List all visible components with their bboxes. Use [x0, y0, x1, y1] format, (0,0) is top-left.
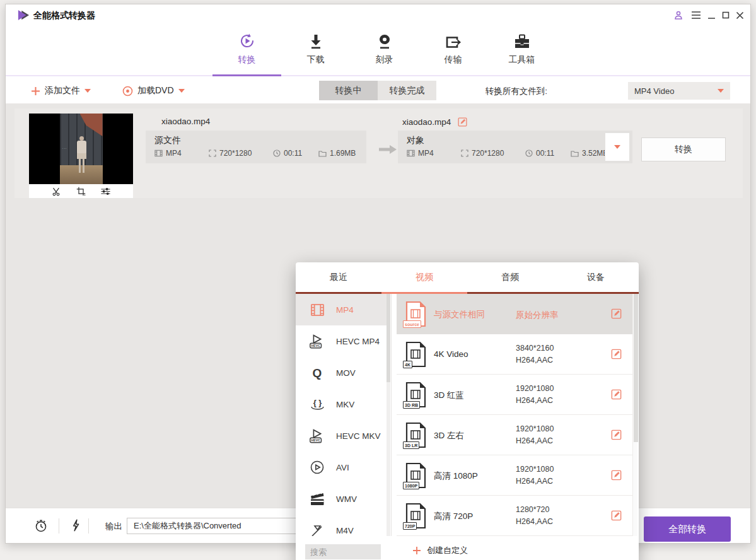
- format-item-mp4[interactable]: MP4: [296, 294, 387, 325]
- account-icon[interactable]: [672, 9, 685, 21]
- search-input[interactable]: [305, 544, 381, 559]
- tab-burn[interactable]: 刻录: [350, 32, 419, 66]
- target-panel-title: 对象: [407, 135, 424, 146]
- format-item-wmv[interactable]: WMV: [296, 483, 387, 515]
- target-duration: 00:11: [525, 149, 571, 158]
- title-bar: 全能格式转换器: [6, 4, 750, 26]
- add-files-button[interactable]: 添加文件: [31, 83, 91, 99]
- source-file-name: xiaodao.mp4: [161, 117, 210, 126]
- transfer-icon: [445, 32, 462, 50]
- preset-4k-video[interactable]: 4K 4K Video 3840*2160H264,AAC: [397, 334, 632, 375]
- output-label: 输出: [105, 521, 122, 532]
- toolbox-icon: [514, 32, 530, 50]
- 1080p-doc-icon: 1080P: [405, 462, 426, 489]
- flag-icon: [308, 522, 326, 536]
- active-tab-underline: [212, 74, 281, 76]
- preset-list-scrollbar[interactable]: [632, 294, 637, 536]
- app-window: 全能格式转换器 转换: [5, 4, 751, 544]
- hevc-flag-icon: HEVC: [308, 428, 326, 444]
- edit-preset-icon[interactable]: [610, 388, 622, 400]
- load-dvd-caret-icon: [178, 89, 185, 93]
- convert-all-to-label: 转换所有文件到:: [486, 86, 547, 97]
- plus-icon: [412, 546, 421, 555]
- convert-button[interactable]: 转换: [641, 137, 726, 161]
- format-list-scrollbar[interactable]: [387, 294, 390, 536]
- convert-all-button[interactable]: 全部转换: [644, 516, 731, 542]
- source-info-panel: 源文件 MP4 720*1280 00:11: [146, 131, 366, 163]
- edit-preset-icon[interactable]: [610, 469, 622, 481]
- preset-same-as-source[interactable]: source 与源文件相同 原始分辨率: [397, 294, 632, 334]
- source-file-doc-icon: source: [405, 301, 426, 327]
- resolution-icon: [461, 149, 468, 157]
- file-row[interactable]: ··· xiaodao.mp4 源文件 MP4 720*: [15, 108, 743, 198]
- plus-icon: [31, 86, 40, 96]
- toolbar: 添加文件 加载DVD 转换中 转换完成 转换所有文件到: MP4 Video: [6, 78, 750, 103]
- file-list-area: ··· xiaodao.mp4 源文件 MP4 720*: [6, 103, 750, 508]
- format-item-hevc-mkv[interactable]: HEVC HEVC MKV: [296, 420, 387, 452]
- minimize-button[interactable]: [705, 9, 718, 21]
- tab-toolbox[interactable]: 工具箱: [487, 32, 556, 66]
- preset-hd-1080p[interactable]: 1080P 高清 1080P 1920*1080H264,AAC: [397, 455, 632, 496]
- format-list: MP4 HEVC HEVC MP4 Q MOV { } MKV HEVC HEV…: [296, 294, 392, 536]
- close-button[interactable]: [733, 9, 746, 21]
- target-file-name-row: xiaodao.mp4: [402, 117, 468, 127]
- effects-sliders-icon[interactable]: [100, 186, 111, 197]
- format-item-mkv[interactable]: { } MKV: [296, 388, 387, 420]
- preset-3d-red-blue[interactable]: 3D RB 3D 红蓝 1920*1080H264,AAC: [397, 375, 632, 415]
- tab-converting[interactable]: 转换中: [319, 81, 378, 100]
- edit-preset-icon[interactable]: [610, 308, 622, 320]
- format-item-hevc-mp4[interactable]: HEVC HEVC MP4: [296, 325, 387, 357]
- crop-icon[interactable]: [76, 186, 86, 197]
- schedule-clock-icon[interactable]: [34, 519, 48, 533]
- format-item-avi[interactable]: AVI: [296, 452, 387, 483]
- tab-transfer[interactable]: 传输: [419, 32, 487, 66]
- app-logo-icon: [17, 9, 30, 21]
- create-custom-button[interactable]: 创建自定义: [412, 545, 468, 556]
- popup-footer: 创建自定义: [296, 536, 639, 560]
- format-item-mov[interactable]: Q MOV: [296, 357, 387, 388]
- output-format-select[interactable]: MP4 Video: [628, 82, 730, 100]
- 4k-doc-icon: 4K: [405, 341, 426, 368]
- svg-text:HEVC: HEVC: [311, 438, 320, 442]
- app-title: 全能格式转换器: [33, 10, 95, 21]
- source-size: 1.69MB: [318, 149, 356, 158]
- high-speed-lightning-icon[interactable]: [69, 518, 83, 532]
- thumbnail-toolbar: [29, 184, 133, 198]
- target-info-panel: 对象 MP4 720*1280 00:11: [398, 131, 632, 163]
- folder-small-icon: [318, 150, 327, 157]
- add-files-caret-icon: [84, 89, 91, 93]
- edit-preset-icon[interactable]: [610, 348, 622, 360]
- 3d-rb-doc-icon: 3D RB: [405, 382, 426, 408]
- tab-download[interactable]: 下载: [281, 32, 350, 66]
- download-icon: [308, 32, 323, 50]
- film-icon: [407, 149, 415, 157]
- popup-tab-audio[interactable]: 音频: [467, 262, 553, 292]
- preset-list: source 与源文件相同 原始分辨率 4K 4K Video 3840*216…: [397, 294, 632, 536]
- trim-scissors-icon[interactable]: [51, 186, 62, 197]
- resolution-icon: [209, 149, 216, 157]
- load-dvd-button[interactable]: 加载DVD: [122, 83, 185, 99]
- target-format: MP4: [407, 149, 461, 158]
- main-nav: 转换 下载 刻录 传输: [6, 26, 750, 76]
- target-format-dropdown-button[interactable]: [605, 132, 630, 161]
- svg-text:HEVC: HEVC: [311, 344, 320, 347]
- maximize-button[interactable]: [719, 9, 732, 21]
- popup-tab-video[interactable]: 视频: [381, 262, 467, 292]
- 720p-doc-icon: 720P: [405, 503, 426, 529]
- edit-preset-icon[interactable]: [610, 429, 622, 441]
- tab-finished[interactable]: 转换完成: [378, 81, 436, 100]
- convert-icon: [238, 32, 256, 50]
- preset-3d-left-right[interactable]: 3D LR 3D 左右 1920*1080H264,AAC: [397, 415, 632, 455]
- format-item-m4v[interactable]: M4V: [296, 515, 387, 536]
- tab-convert[interactable]: 转换: [212, 32, 281, 66]
- edit-preset-icon[interactable]: [610, 510, 622, 522]
- menu-icon[interactable]: [690, 9, 702, 21]
- dropdown-caret-icon: [614, 145, 620, 149]
- clock-icon: [273, 149, 281, 157]
- dvd-disc-icon: [122, 86, 133, 96]
- target-resolution: 720*1280: [461, 149, 525, 158]
- popup-tab-device[interactable]: 设备: [553, 262, 639, 292]
- rename-edit-icon[interactable]: [457, 117, 468, 127]
- popup-tab-recent[interactable]: 最近: [296, 262, 381, 292]
- preset-hd-720p[interactable]: 720P 高清 720P 1280*720H264,AAC: [397, 496, 632, 536]
